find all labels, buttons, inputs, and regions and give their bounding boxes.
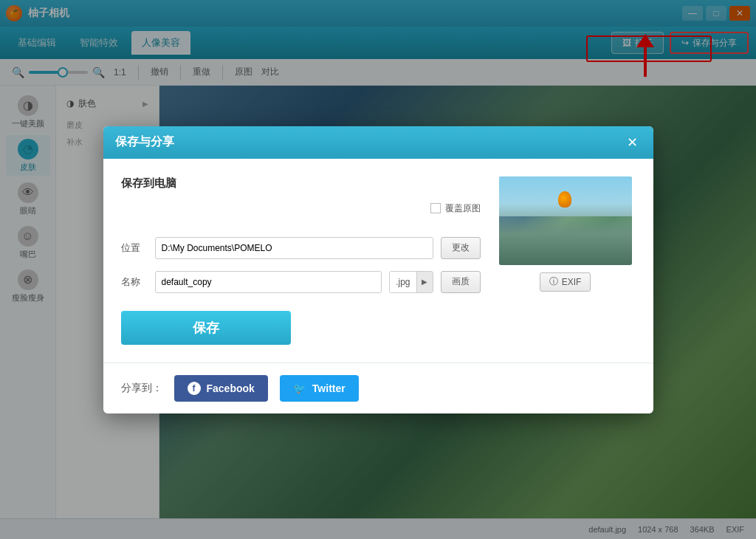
preview-balloon <box>558 191 571 207</box>
exif-button[interactable]: ⓘ EXIF <box>540 272 591 292</box>
twitter-share-button[interactable]: 🐦 Twitter <box>280 375 359 402</box>
share-label: 分享到： <box>121 382 162 395</box>
dialog-close-button[interactable]: ✕ <box>624 134 642 151</box>
facebook-share-button[interactable]: f Facebook <box>174 375 268 402</box>
name-input[interactable] <box>155 271 382 293</box>
exif-info-icon: ⓘ <box>549 275 558 288</box>
path-label: 位置 <box>121 241 148 255</box>
quality-button[interactable]: 画质 <box>441 271 481 293</box>
change-path-button[interactable]: 更改 <box>441 237 481 259</box>
dialog-overlay[interactable]: 保存与分享 ✕ 保存到电脑 覆盖原图 位置 更改 <box>0 0 756 539</box>
exif-label: EXIF <box>562 277 582 287</box>
dialog-title: 保存与分享 <box>115 134 174 150</box>
save-button[interactable]: 保存 <box>121 311 291 345</box>
preview-image <box>499 176 632 265</box>
facebook-label: Facebook <box>207 382 255 394</box>
ext-label: .jpg <box>390 272 416 292</box>
facebook-icon: f <box>188 382 201 395</box>
overwrite-checkbox[interactable] <box>430 203 441 213</box>
ext-selector[interactable]: .jpg ▶ <box>389 271 433 293</box>
overwrite-row: 覆盖原图 <box>430 202 481 215</box>
save-share-dialog: 保存与分享 ✕ 保存到电脑 覆盖原图 位置 更改 <box>103 126 653 413</box>
preview-mountain <box>499 203 632 265</box>
overwrite-label: 覆盖原图 <box>445 202 481 215</box>
dialog-body: 保存到电脑 覆盖原图 位置 更改 名称 <box>103 159 653 363</box>
twitter-label: Twitter <box>312 382 346 394</box>
path-input[interactable] <box>155 237 433 259</box>
twitter-icon: 🐦 <box>293 382 306 395</box>
dialog-save-section: 保存到电脑 覆盖原图 位置 更改 名称 <box>121 176 481 345</box>
save-section-title: 保存到电脑 <box>121 176 481 190</box>
name-label: 名称 <box>121 275 148 289</box>
dialog-header: 保存与分享 ✕ <box>103 126 653 159</box>
ext-arrow-icon[interactable]: ▶ <box>416 272 433 292</box>
path-row: 位置 更改 <box>121 237 481 259</box>
name-row: 名称 .jpg ▶ 画质 <box>121 271 481 293</box>
dialog-preview-section: ⓘ EXIF <box>495 176 636 345</box>
share-section: 分享到： f Facebook 🐦 Twitter <box>103 363 653 413</box>
